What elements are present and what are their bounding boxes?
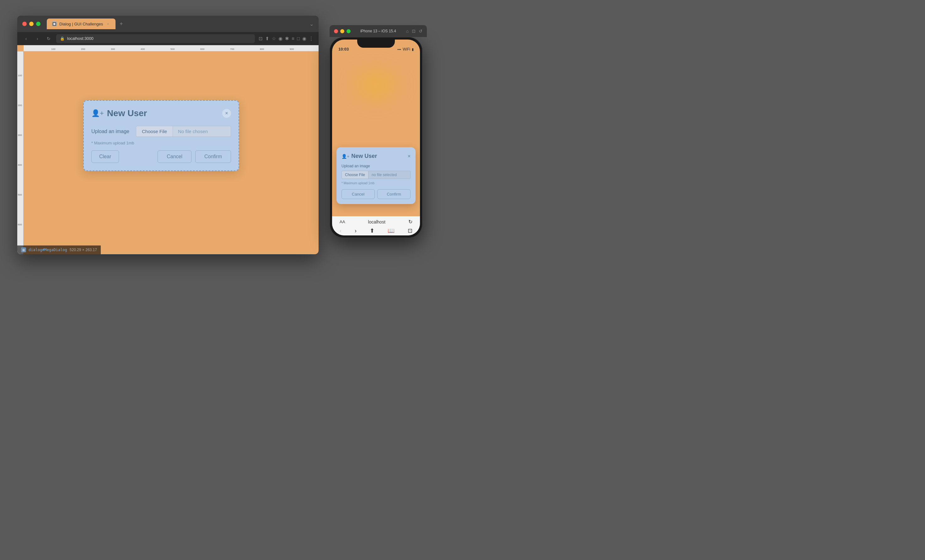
ruler-left: 100 200 300 400 500 600	[17, 51, 24, 254]
ruler-left-mark-200: 200	[18, 104, 22, 107]
iphone-status-icons: ▪▪▪ WiFi ▮	[398, 47, 414, 51]
status-icon: ⊞	[21, 247, 26, 252]
iphone-dialog-close-btn[interactable]: ×	[408, 154, 411, 159]
iphone-choose-file-btn[interactable]: Choose File	[342, 171, 369, 179]
url-text: localhost:3000	[67, 36, 93, 41]
ruler-mark-900: 900	[290, 48, 294, 51]
status-size: 520.29 × 263.17	[70, 248, 97, 252]
ruler-mark-100: 100	[51, 48, 55, 51]
iphone-light-green[interactable]	[346, 29, 351, 33]
status-selector: dialog#MegaDialog	[29, 248, 67, 252]
iphone-bookmarks-btn[interactable]: 📖	[388, 227, 395, 234]
iphone-signal-icon: ▪▪▪	[398, 47, 401, 51]
toolbar-upload-icon[interactable]: ⬆	[265, 36, 269, 41]
iphone-reload-btn[interactable]: ↻	[408, 219, 413, 225]
traffic-light-yellow[interactable]	[29, 22, 33, 26]
toolbar-more-icon[interactable]: ⋮	[309, 36, 313, 41]
iphone-screen: 10:03 ▪▪▪ WiFi ▮ 👤+ New User ×	[332, 39, 420, 235]
file-input-group: Choose File No file chosen	[136, 126, 231, 137]
iphone-dialog: 👤+ New User × Upload an image Choose Fil…	[336, 147, 416, 204]
browser-content: 100 200 300 400 500 600 700 800 900 100 …	[17, 45, 319, 254]
tab-close-btn[interactable]: ×	[105, 21, 110, 26]
ruler-mark-200: 200	[81, 48, 85, 51]
iphone-nav-row: ‹ › ⬆ 📖 ⊡	[337, 227, 415, 234]
iphone-share-btn[interactable]: ⬆	[370, 227, 374, 234]
toolbar-extension-icon[interactable]: ✱	[285, 36, 289, 41]
iphone-dialog-footer: Cancel Confirm	[342, 189, 411, 199]
iphone-url-text: localhost	[368, 220, 386, 224]
toolbar-star-icon[interactable]: ☆	[272, 36, 276, 41]
dialog-title-group: 👤+ New User	[91, 108, 147, 118]
ruler-left-mark-500: 500	[18, 193, 22, 196]
toolbar-icons: ⊡ ⬆ ☆ ◉ ✱ ≡ □ ◉ ⋮	[259, 36, 313, 41]
ruler-left-mark-600: 600	[18, 223, 22, 226]
toolbar-share-icon[interactable]: ⊡	[259, 36, 263, 41]
ruler-mark-700: 700	[230, 48, 234, 51]
address-bar: ‹ › ↻ 🔒 localhost:3000 ⊡ ⬆ ☆ ◉ ✱ ≡ □ ◉ ⋮	[17, 32, 319, 45]
iphone-light-yellow[interactable]	[340, 29, 344, 33]
ruler-left-mark-300: 300	[18, 134, 22, 137]
dialog-header: 👤+ New User ×	[91, 108, 231, 118]
nav-forward-btn[interactable]: ›	[33, 35, 41, 42]
toolbar-circle-icon[interactable]: ◉	[279, 36, 282, 41]
toolbar-window-icon[interactable]: □	[297, 36, 300, 41]
iphone-wifi-icon: WiFi	[403, 47, 410, 51]
dialog-close-btn[interactable]: ×	[222, 109, 231, 118]
iphone-notch	[357, 39, 395, 48]
toolbar-tabs-icon[interactable]: ≡	[292, 36, 294, 41]
iphone-home-icon[interactable]: ⌂	[406, 29, 409, 33]
iphone-battery-icon: ▮	[412, 47, 414, 51]
ruler-left-mark-400: 400	[18, 164, 22, 166]
iphone-frame: 10:03 ▪▪▪ WiFi ▮ 👤+ New User ×	[330, 37, 422, 238]
iphone-rotate-icon[interactable]: ↺	[419, 29, 422, 33]
iphone-cancel-btn[interactable]: Cancel	[342, 189, 375, 199]
confirm-btn[interactable]: Confirm	[195, 151, 231, 163]
choose-file-btn[interactable]: Choose File	[136, 126, 173, 137]
iphone-tabs-btn[interactable]: ⊡	[408, 227, 413, 234]
iphone-dialog-header: 👤+ New User ×	[342, 153, 411, 160]
iphone-dialog-title-group: 👤+ New User	[342, 153, 377, 160]
browser-window: 🔲 Dialog | GUI Challenges × + ⌄ ‹ › ↻ 🔒 …	[17, 16, 319, 254]
iphone-outer-lights	[334, 29, 351, 33]
url-bar[interactable]: 🔒 localhost:3000	[56, 34, 255, 43]
ruler-mark-600: 600	[200, 48, 204, 51]
lock-icon: 🔒	[60, 36, 65, 41]
ruler-mark-500: 500	[170, 48, 175, 51]
iphone-time: 10:03	[338, 47, 349, 51]
nav-refresh-btn[interactable]: ↻	[45, 35, 53, 42]
tab-favicon: 🔲	[52, 21, 57, 26]
iphone-dialog-title: New User	[351, 153, 377, 160]
dialog-container: 👤+ New User × Upload an image Choose Fil…	[83, 100, 239, 171]
dialog-footer: Clear Cancel Confirm	[91, 151, 231, 163]
iphone-screenshot-icon[interactable]: ⊡	[412, 29, 416, 33]
iphone-nav-back[interactable]: ‹	[340, 227, 342, 234]
iphone-outer-titlebar: iPhone 13 – iOS 15.4 ⌂ ⊡ ↺	[330, 25, 427, 37]
nav-back-btn[interactable]: ‹	[22, 35, 30, 42]
iphone-dialog-user-icon: 👤+	[342, 154, 350, 159]
ruler-mark-300: 300	[111, 48, 115, 51]
traffic-light-red[interactable]	[22, 22, 27, 26]
new-tab-btn[interactable]: +	[117, 20, 125, 28]
iphone-nav-forward[interactable]: ›	[355, 227, 357, 234]
cancel-btn[interactable]: Cancel	[158, 151, 191, 163]
iphone-bg-blur	[345, 62, 407, 108]
iphone-outer-icons: ⌂ ⊡ ↺	[406, 29, 422, 33]
upload-hint: * Maximum upload 1mb	[91, 141, 231, 145]
traffic-lights	[22, 22, 41, 26]
tab-active[interactable]: 🔲 Dialog | GUI Challenges ×	[47, 18, 116, 29]
traffic-light-green[interactable]	[36, 22, 41, 26]
iphone-upload-hint: * Maximum upload 1mb	[342, 181, 411, 185]
toolbar-profile-icon[interactable]: ◉	[302, 36, 306, 41]
iphone-file-row: Choose File no file selected	[342, 171, 411, 179]
window-control-right[interactable]: ⌄	[309, 21, 313, 27]
file-upload-row: Upload an image Choose File No file chos…	[91, 126, 231, 137]
iphone-light-red[interactable]	[334, 29, 338, 33]
tab-bar: 🔲 Dialog | GUI Challenges × +	[47, 18, 306, 29]
no-file-text: No file chosen	[173, 126, 231, 137]
iphone-confirm-btn[interactable]: Confirm	[377, 189, 411, 199]
clear-btn[interactable]: Clear	[91, 151, 119, 163]
iphone-aa-btn[interactable]: AA	[340, 220, 345, 224]
iphone-url-row: AA localhost ↻	[337, 219, 415, 225]
dialog-body: Upload an image Choose File No file chos…	[91, 126, 231, 145]
upload-label: Upload an image	[91, 129, 132, 134]
